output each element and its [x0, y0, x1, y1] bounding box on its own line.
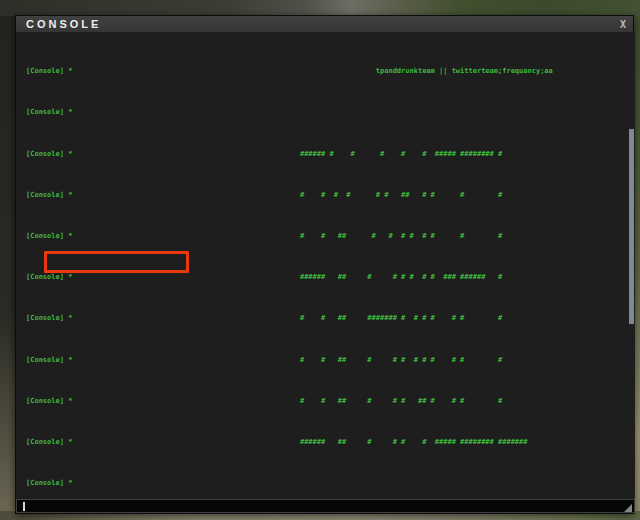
- console-line: [Console] * ###### ## # # # # # # ### ##…: [26, 272, 635, 282]
- close-icon[interactable]: X: [620, 17, 626, 33]
- console-line: [Console] * ###### # # # # # ##### #####…: [26, 149, 635, 159]
- console-line: [Console] * # # ## # # # # # # # # #: [26, 355, 635, 365]
- console-input[interactable]: [16, 499, 635, 513]
- console-line: [Console] *: [26, 107, 635, 117]
- console-window: CONSOLE X [Console] * tpanddrunkteam || …: [15, 15, 634, 514]
- console-log[interactable]: [Console] * tpanddrunkteam || twittertea…: [16, 32, 635, 498]
- console-line: [Console] * # # ## ####### # # # # # # #: [26, 313, 635, 323]
- console-line: [Console] * tpanddrunkteam || twittertea…: [26, 66, 635, 76]
- console-title: CONSOLE: [26, 18, 101, 30]
- console-line: [Console] * # # ## # # # ## # # # #: [26, 396, 635, 406]
- console-line: [Console] *: [26, 478, 635, 488]
- console-line: [Console] * ###### ## # # # # ##### ####…: [26, 437, 635, 447]
- vertical-scrollbar-thumb[interactable]: [629, 129, 634, 324]
- console-lines: [Console] * tpanddrunkteam || twittertea…: [26, 32, 635, 498]
- console-titlebar[interactable]: CONSOLE X: [16, 16, 633, 32]
- text-cursor: [23, 502, 25, 511]
- resize-grip-icon[interactable]: [624, 504, 632, 512]
- game-background-top: [0, 0, 640, 16]
- game-screen: CONSOLE X [Console] * tpanddrunkteam || …: [0, 0, 640, 520]
- console-line: [Console] * # # # # # # ## # # # #: [26, 190, 635, 200]
- game-background-left: [0, 16, 16, 512]
- console-line: [Console] * # # ## # # # # # # # #: [26, 231, 635, 241]
